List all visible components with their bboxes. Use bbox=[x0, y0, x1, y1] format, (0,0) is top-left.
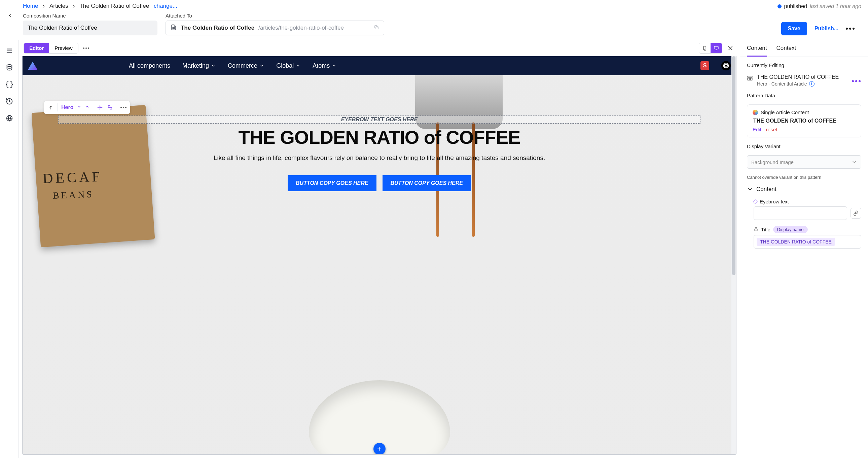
hero-button-1[interactable]: BUTTON COPY GOES HERE bbox=[288, 175, 376, 191]
attached-to-label: Attached To bbox=[165, 13, 384, 19]
display-variant-label: Display Variant bbox=[747, 143, 861, 149]
svg-rect-23 bbox=[108, 106, 110, 108]
composition-name-label: Composition Name bbox=[23, 13, 157, 19]
hero-title[interactable]: THE GOLDEN RATIO of COFFEE bbox=[239, 126, 521, 148]
back-button[interactable] bbox=[3, 9, 17, 22]
display-name-chip: Display name bbox=[773, 226, 808, 233]
breadcrumb-home[interactable]: Home bbox=[23, 3, 38, 9]
pattern-source: Single Article Content bbox=[761, 110, 809, 115]
github-icon[interactable] bbox=[721, 61, 731, 70]
status-state: published bbox=[784, 3, 807, 9]
left-rail bbox=[0, 40, 19, 458]
toolbar-chevron-up-icon[interactable] bbox=[85, 105, 90, 111]
more-actions-button[interactable] bbox=[846, 28, 855, 30]
chevron-down-icon bbox=[747, 186, 753, 192]
chevron-down-icon bbox=[851, 159, 857, 165]
breadcrumb: Home › Articles › The Golden Ratio of Co… bbox=[7, 3, 861, 9]
diamond-icon bbox=[753, 199, 758, 204]
preview-mode-button[interactable]: Preview bbox=[49, 43, 78, 53]
lock-icon bbox=[754, 227, 758, 232]
svg-rect-12 bbox=[714, 46, 718, 49]
editor-mode-button[interactable]: Editor bbox=[24, 43, 49, 53]
document-icon bbox=[170, 24, 177, 32]
attached-path: /articles/the-golden-ratio-of-coffee bbox=[258, 25, 370, 31]
status-cluster: published last saved 1 hour ago bbox=[777, 3, 862, 9]
attached-to-box[interactable]: The Golden Ratio of Coffee /articles/the… bbox=[165, 21, 384, 35]
tab-context[interactable]: Context bbox=[776, 45, 796, 57]
toolbar-duplicate-icon[interactable] bbox=[107, 104, 113, 111]
add-component-fab[interactable]: + bbox=[373, 443, 385, 455]
floating-component-toolbar: Hero bbox=[44, 101, 130, 114]
eyebrow-field-label: Eyebrow text bbox=[760, 199, 789, 204]
pattern-data-card: Single Article Content THE GOLDEN RATIO … bbox=[747, 105, 861, 137]
toolbar-up-icon[interactable] bbox=[48, 104, 54, 111]
contentful-icon bbox=[753, 110, 758, 115]
right-panel: Content Context Currently Editing THE GO… bbox=[740, 40, 868, 458]
attached-title: The Golden Ratio of Coffee bbox=[181, 25, 254, 31]
svg-rect-25 bbox=[748, 76, 752, 78]
pattern-edit-link[interactable]: Edit bbox=[753, 126, 761, 132]
hero-button-2[interactable]: BUTTON COPY GOES HERE bbox=[382, 175, 471, 191]
editing-more-button[interactable] bbox=[851, 78, 861, 83]
svg-point-18 bbox=[99, 107, 101, 108]
pattern-reset-link[interactable]: reset bbox=[766, 126, 777, 132]
tab-content[interactable]: Content bbox=[747, 45, 767, 57]
rail-globe-icon[interactable] bbox=[5, 114, 14, 123]
display-variant-select: Background Image bbox=[747, 155, 861, 169]
status-saved: last saved 1 hour ago bbox=[810, 3, 861, 9]
info-icon[interactable]: i bbox=[809, 81, 814, 87]
preview-site-nav: All components Marketing Commerce Global… bbox=[23, 56, 736, 75]
nav-all-components[interactable]: All components bbox=[129, 62, 170, 69]
editing-subtitle: Hero - Contentful Articlei bbox=[757, 81, 839, 87]
breadcrumb-section[interactable]: Articles bbox=[50, 3, 68, 9]
currently-editing-label: Currently Editing bbox=[747, 62, 861, 68]
save-button[interactable]: Save bbox=[781, 22, 807, 35]
close-canvas-button[interactable] bbox=[726, 44, 735, 53]
svg-point-7 bbox=[7, 65, 12, 67]
title-value-chip: THE GOLDEN RATIO of COFFEE bbox=[757, 238, 835, 246]
breadcrumb-change-link[interactable]: change... bbox=[154, 3, 177, 9]
status-dot bbox=[777, 4, 781, 8]
eyebrow-link-button[interactable] bbox=[850, 208, 861, 219]
device-desktop-button[interactable] bbox=[711, 43, 722, 53]
rail-code-icon[interactable] bbox=[5, 80, 14, 89]
toolbar-component-name[interactable]: Hero bbox=[61, 105, 73, 111]
mode-toggle: Editor Preview bbox=[24, 43, 79, 54]
pattern-title: THE GOLDEN RATIO of COFFEE bbox=[753, 118, 856, 124]
breadcrumb-page: The Golden Ratio of Coffee bbox=[80, 3, 149, 9]
device-toggle bbox=[699, 43, 722, 54]
rail-history-icon[interactable] bbox=[5, 97, 14, 106]
editing-title: THE GOLDEN RATIO of COFFEE bbox=[757, 74, 839, 80]
hero-component[interactable]: DECAF BEANS EYEBROW TEXT GOES HERE THE G… bbox=[23, 75, 736, 454]
display-variant-help: Cannot override variant on this pattern bbox=[747, 175, 861, 180]
publish-button[interactable]: Publish... bbox=[814, 26, 838, 32]
rail-database-icon[interactable] bbox=[5, 63, 14, 73]
component-icon bbox=[747, 75, 753, 82]
editor-more-button[interactable] bbox=[83, 48, 89, 49]
content-section-header[interactable]: Content bbox=[747, 186, 861, 193]
toolbar-chevron-down-icon[interactable] bbox=[77, 105, 82, 111]
composition-name-input[interactable] bbox=[23, 21, 157, 35]
toolbar-more-button[interactable] bbox=[120, 107, 126, 108]
site-logo-icon[interactable] bbox=[28, 62, 37, 70]
rail-layers-icon[interactable] bbox=[5, 46, 14, 56]
nav-commerce[interactable]: Commerce bbox=[228, 62, 264, 69]
svg-rect-27 bbox=[751, 78, 752, 80]
nav-atoms[interactable]: Atoms bbox=[313, 62, 336, 69]
storybook-badge-icon[interactable]: S bbox=[701, 61, 709, 70]
eyebrow-text-input[interactable] bbox=[754, 206, 847, 220]
svg-rect-26 bbox=[748, 78, 750, 80]
svg-rect-24 bbox=[110, 108, 112, 109]
toolbar-target-icon[interactable] bbox=[97, 104, 103, 111]
title-input[interactable]: THE GOLDEN RATIO of COFFEE bbox=[754, 235, 861, 249]
device-mobile-button[interactable] bbox=[699, 43, 711, 53]
nav-marketing[interactable]: Marketing bbox=[182, 62, 216, 69]
hero-subtitle[interactable]: Like all fine things in life, complex fl… bbox=[214, 154, 545, 162]
copy-icon[interactable] bbox=[374, 25, 379, 32]
title-field-label: Title bbox=[761, 227, 770, 232]
nav-global[interactable]: Global bbox=[276, 62, 301, 69]
pattern-data-label: Pattern Data bbox=[747, 93, 861, 98]
svg-rect-28 bbox=[755, 229, 757, 231]
hero-eyebrow-placeholder[interactable]: EYEBROW TEXT GOES HERE bbox=[58, 115, 701, 123]
